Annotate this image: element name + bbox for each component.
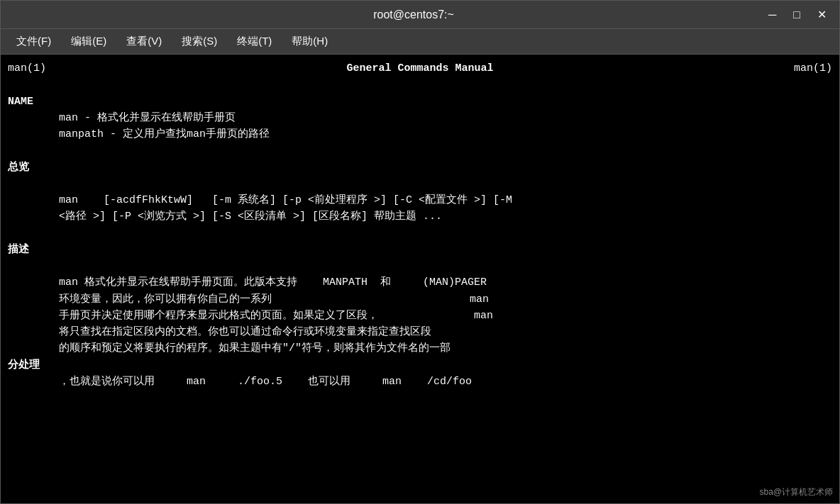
name-line-2: manpath - 定义用户查找man手册页的路径 bbox=[8, 126, 832, 142]
menu-help[interactable]: 帮助(H) bbox=[282, 32, 338, 51]
watermark: sba@计算机艺术师 bbox=[759, 486, 833, 498]
blank-5 bbox=[8, 258, 832, 274]
desc-line-4: 将只查找在指定区段内的文档。你也可以通过命令行或环境变量来指定查找区段 bbox=[8, 324, 832, 340]
synopsis-line-2: <路径 >] [-P <浏览方式 >] [-S <区段清单 >] [区段名称] … bbox=[8, 208, 832, 225]
maximize-button[interactable]: □ bbox=[788, 7, 806, 23]
desc-line-5: 的顺序和预定义将要执行的程序。如果主题中有"/"符号，则将其作为文件名的一部 bbox=[8, 340, 832, 357]
synopsis-section-title: 总览 bbox=[8, 159, 832, 176]
subproc-section-title: 分处理 bbox=[8, 357, 832, 374]
desc-line-1: man 格式化并显示在线帮助手册页面。此版本支持 MANPATH 和 (MAN)… bbox=[8, 274, 832, 291]
menu-search[interactable]: 搜索(S) bbox=[172, 32, 227, 51]
blank-3 bbox=[8, 176, 832, 192]
desc-line-2: 环境变量，因此，你可以拥有你自己的一系列 man bbox=[8, 291, 832, 308]
header-right: man(1) bbox=[794, 60, 832, 77]
menu-bar: 文件(F) 编辑(E) 查看(V) 搜索(S) 终端(T) 帮助(H) bbox=[1, 29, 839, 55]
window-controls: ─ □ ✕ bbox=[763, 6, 832, 23]
window-title: root@centos7:~ bbox=[65, 9, 763, 21]
man-header: man(1) General Commands Manual man(1) bbox=[8, 60, 832, 77]
minimize-button[interactable]: ─ bbox=[763, 7, 782, 23]
menu-edit[interactable]: 编辑(E) bbox=[61, 32, 116, 51]
header-center: General Commands Manual bbox=[346, 60, 493, 77]
terminal-window: root@centos7:~ ─ □ ✕ 文件(F) 编辑(E) 查看(V) 搜… bbox=[0, 0, 840, 504]
menu-terminal[interactable]: 终端(T) bbox=[227, 32, 282, 51]
terminal-content[interactable]: man(1) General Commands Manual man(1) NA… bbox=[1, 55, 839, 503]
desc-line-3: 手册页并决定使用哪个程序来显示此格式的页面。如果定义了区段， man bbox=[8, 308, 832, 324]
blank-2 bbox=[8, 142, 832, 159]
title-bar: root@centos7:~ ─ □ ✕ bbox=[1, 1, 839, 29]
menu-view[interactable]: 查看(V) bbox=[116, 32, 172, 51]
synopsis-line-1: man [-acdfFhkKtwW] [-m 系统名] [-p <前处理程序 >… bbox=[8, 192, 832, 208]
header-left: man(1) bbox=[8, 60, 46, 77]
bottom-line: ，也就是说你可以用 man ./foo.5 也可以用 man /cd/foo bbox=[8, 374, 832, 390]
menu-file[interactable]: 文件(F) bbox=[6, 32, 61, 51]
name-section-title: NAME bbox=[8, 94, 832, 110]
blank-1 bbox=[8, 77, 832, 93]
close-button[interactable]: ✕ bbox=[812, 6, 832, 23]
name-line-1: man - 格式化并显示在线帮助手册页 bbox=[8, 110, 832, 126]
description-section-title: 描述 bbox=[8, 242, 832, 258]
blank-4 bbox=[8, 225, 832, 242]
